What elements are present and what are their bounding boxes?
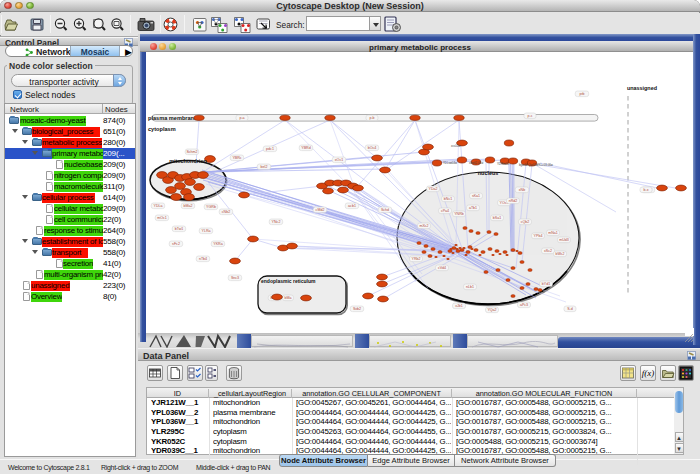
svg-text:plasma membrane: plasma membrane <box>148 115 197 121</box>
svg-text:p-c: p-c <box>528 114 533 118</box>
svg-text:p-a: p-a <box>239 116 244 120</box>
svg-text:xOc1: xOc1 <box>335 158 343 162</box>
svg-text:sFc2: sFc2 <box>172 242 180 246</box>
svg-text:bNc1: bNc1 <box>444 197 452 201</box>
svg-text:bWc2: bWc2 <box>555 252 564 256</box>
svg-text:xcs01w: xcs01w <box>451 144 461 148</box>
svg-text:cytoplasm: cytoplasm <box>148 126 176 132</box>
svg-text:cMd2: cMd2 <box>316 208 325 212</box>
svg-text:aTb1: aTb1 <box>469 206 477 210</box>
svg-text:sKa1: sKa1 <box>472 194 480 198</box>
svg-text:Schm2: Schm2 <box>186 150 197 154</box>
svg-text:xJb1: xJb1 <box>455 304 463 308</box>
svg-text:YDLsw04w: YDLsw04w <box>443 161 458 165</box>
svg-text:bOc4: bOc4 <box>368 146 377 150</box>
svg-text:YKRa: YKRa <box>213 242 222 246</box>
svg-text:xSc2: xSc2 <box>544 249 552 253</box>
svg-text:xbw02-04w: xbw02-04w <box>469 161 484 165</box>
svg-text:prb: prb <box>579 92 584 96</box>
svg-text:endoplasmic reticulum: endoplasmic reticulum <box>261 278 316 284</box>
svg-text:xNb: xNb <box>519 188 525 192</box>
svg-text:bYd1: bYd1 <box>542 282 550 286</box>
svg-text:YLRa: YLRa <box>202 229 211 233</box>
svg-text:cPa4: cPa4 <box>441 209 449 213</box>
svg-text:cNb2: cNb2 <box>222 210 230 214</box>
svg-text:nTb4: nTb4 <box>199 257 207 261</box>
svg-text:mitochondrion: mitochondrion <box>169 158 207 164</box>
svg-text:cQb2: cQb2 <box>521 220 530 224</box>
svg-text:nRd2: nRd2 <box>509 199 518 203</box>
svg-text:YNc2: YNc2 <box>272 220 281 224</box>
svg-text:YQa2: YQa2 <box>487 308 496 312</box>
svg-text:cVd4: cVd4 <box>438 266 446 270</box>
svg-text:aPc3: aPc3 <box>520 303 528 307</box>
svg-text:bSa1: bSa1 <box>493 216 501 220</box>
svg-text:bMa: bMa <box>285 296 292 300</box>
svg-text:YPb4: YPb4 <box>534 234 543 238</box>
svg-text:YDRm01c: YDRm01c <box>497 162 510 166</box>
svg-text:Sxb2: Sxb2 <box>353 307 361 311</box>
svg-text:YBRc: YBRc <box>232 156 241 160</box>
svg-text:Snc3: Snc3 <box>231 276 239 280</box>
svg-text:YKLc03-06w: YKLc03-06w <box>537 163 554 167</box>
svg-text:Schd: Schd <box>381 208 389 212</box>
svg-text:acb1: acb1 <box>348 204 356 208</box>
svg-text:bel2: bel2 <box>261 165 268 169</box>
svg-text:unassigned: unassigned <box>627 85 657 91</box>
svg-text:mOc1: mOc1 <box>157 216 167 220</box>
svg-text:YGRb: YGRb <box>206 205 216 209</box>
svg-text:b-x: b-x <box>644 188 649 192</box>
svg-text:YDa2: YDa2 <box>429 187 438 191</box>
svg-text:bTw1: bTw1 <box>175 227 184 231</box>
svg-text:mXc2: mXc2 <box>419 224 428 228</box>
svg-text:p-b: p-b <box>369 116 374 120</box>
svg-text:pdc1: pdc1 <box>266 147 274 151</box>
svg-text:YNRb: YNRb <box>454 212 464 216</box>
svg-text:mUd3: mUd3 <box>559 238 569 242</box>
svg-text:YDLa: YDLa <box>154 204 163 208</box>
svg-text:bgw04-Qsr02w: bgw04-Qsr02w <box>519 163 539 167</box>
svg-text:nLb1: nLb1 <box>466 285 474 289</box>
svg-text:YBRd: YBRd <box>301 146 310 150</box>
svg-text:mNa1: mNa1 <box>548 231 558 235</box>
svg-text:nucleus: nucleus <box>478 170 498 176</box>
svg-text:S-d: S-d <box>567 307 573 311</box>
svg-text:YRb2: YRb2 <box>412 257 421 261</box>
svg-text:bMa2: bMa2 <box>184 204 193 208</box>
